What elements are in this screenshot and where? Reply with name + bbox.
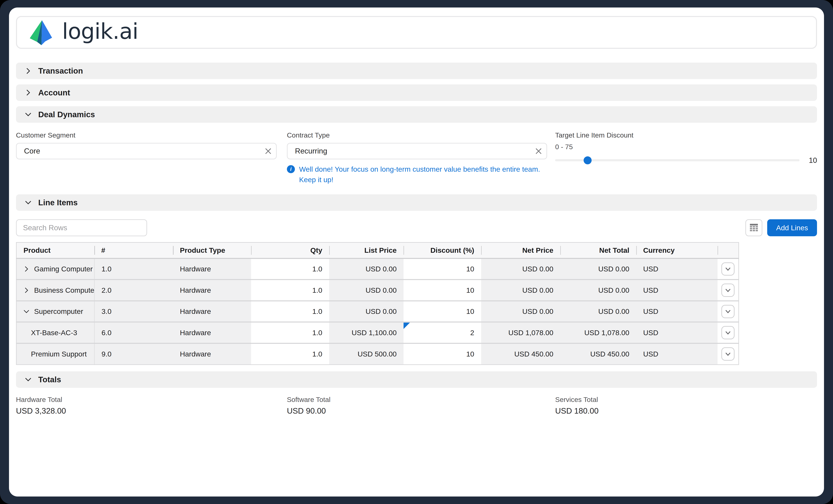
table-grid-icon [749, 223, 758, 232]
section-account[interactable]: Account [16, 84, 817, 101]
list-price-cell: USD 500.00 [329, 343, 404, 364]
table-row: Gaming Computer 1.0 Hardware 1.0 USD 0.0… [16, 258, 739, 280]
brand-header: logik.ai [16, 16, 817, 49]
line-number: 9.0 [94, 343, 173, 364]
customer-segment-input[interactable] [17, 147, 260, 155]
chevron-down-icon[interactable] [23, 308, 29, 314]
net-price-cell: USD 450.00 [481, 343, 560, 364]
net-total-cell: USD 0.00 [560, 280, 636, 301]
chevron-down-icon [725, 330, 731, 336]
contract-type-label: Contract Type [287, 131, 547, 139]
discount-slider-track[interactable] [555, 159, 800, 161]
currency-cell: USD [636, 322, 717, 343]
currency-cell: USD [636, 258, 717, 280]
contract-type-field[interactable] [287, 143, 547, 159]
col-header-list-price[interactable]: List Price [329, 243, 404, 258]
override-flag-icon [404, 323, 410, 329]
col-header-num[interactable]: # [94, 243, 173, 258]
qty-cell[interactable]: 1.0 [251, 343, 329, 364]
software-total-value: USD 90.00 [287, 406, 555, 415]
discount-cell[interactable]: 10 [404, 258, 481, 280]
chevron-right-icon [25, 68, 31, 74]
qty-cell[interactable]: 1.0 [251, 280, 329, 301]
add-lines-button[interactable]: Add Lines [767, 219, 817, 236]
line-number: 6.0 [94, 322, 173, 343]
product-type: Hardware [173, 258, 251, 280]
clear-icon[interactable] [531, 148, 547, 154]
chevron-right-icon[interactable] [23, 266, 29, 272]
col-header-net-total[interactable]: Net Total [560, 243, 636, 258]
target-discount-label: Target Line Item Discount [555, 131, 817, 139]
chevron-right-icon[interactable] [23, 287, 29, 293]
section-transaction[interactable]: Transaction [16, 62, 817, 79]
guidance-message: i Well done! Your focus on long-term cus… [287, 164, 547, 185]
line-items-toolbar: Add Lines [16, 219, 817, 236]
net-price-cell: USD 0.00 [481, 280, 560, 301]
col-header-net-price[interactable]: Net Price [481, 243, 560, 258]
row-menu-button[interactable] [721, 347, 735, 361]
table-row: Business Computer 2.0 Hardware 1.0 USD 0… [16, 280, 739, 301]
list-price-cell: USD 0.00 [329, 258, 404, 280]
app-window: logik.ai Transaction Account Deal Dynami… [0, 0, 833, 504]
discount-cell[interactable]: 10 [404, 280, 481, 301]
product-name: Supercomputer [34, 307, 83, 316]
col-header-qty[interactable]: Qty [251, 243, 329, 258]
info-icon: i [287, 165, 295, 173]
services-total-value: USD 180.00 [555, 406, 817, 415]
qty-cell[interactable]: 1.0 [251, 258, 329, 280]
product-name: Business Computer [34, 286, 94, 294]
clear-icon[interactable] [260, 148, 276, 154]
row-menu-button[interactable] [721, 262, 735, 276]
discount-slider-value: 10 [807, 156, 817, 165]
net-price-cell: USD 0.00 [481, 301, 560, 322]
qty-cell[interactable]: 1.0 [251, 322, 329, 343]
hardware-total-label: Hardware Total [16, 396, 287, 404]
net-price-cell: USD 0.00 [481, 258, 560, 280]
net-total-cell: USD 0.00 [560, 301, 636, 322]
line-items-table: Product # Product Type Qty List Price Di… [16, 242, 739, 365]
guidance-message-line2: Keep it up! [299, 175, 540, 185]
discount-cell[interactable]: 2 [404, 322, 481, 343]
customer-segment-field[interactable] [16, 143, 277, 159]
chevron-right-icon [25, 90, 31, 96]
software-total-label: Software Total [287, 396, 555, 404]
currency-cell: USD [636, 280, 717, 301]
discount-cell[interactable]: 10 [404, 301, 481, 322]
logik-paper-plane-icon [28, 19, 55, 46]
chevron-down-icon [725, 308, 731, 314]
chevron-down-icon [25, 199, 31, 206]
section-account-label: Account [38, 88, 70, 97]
col-header-actions [717, 243, 739, 258]
section-line-items[interactable]: Line Items [16, 194, 817, 211]
product-type: Hardware [173, 301, 251, 322]
quote-card: logik.ai Transaction Account Deal Dynami… [9, 7, 824, 497]
totals-summary: Hardware Total USD 3,328.00 Software Tot… [16, 396, 817, 415]
list-price-cell: USD 0.00 [329, 280, 404, 301]
discount-cell[interactable]: 10 [404, 343, 481, 364]
col-header-currency[interactable]: Currency [636, 243, 717, 258]
brand-name: logik.ai [62, 21, 138, 42]
row-menu-button[interactable] [721, 283, 735, 297]
row-menu-button[interactable] [721, 326, 735, 339]
qty-cell[interactable]: 1.0 [251, 301, 329, 322]
currency-cell: USD [636, 343, 717, 364]
section-deal-dynamics[interactable]: Deal Dynamics [16, 106, 817, 123]
section-totals[interactable]: Totals [16, 371, 817, 388]
col-header-product-type[interactable]: Product Type [173, 243, 251, 258]
product-name: XT-Base-AC-3 [31, 329, 77, 337]
col-header-product[interactable]: Product [16, 243, 94, 258]
line-number: 1.0 [94, 258, 173, 280]
search-rows-input[interactable] [16, 219, 147, 236]
column-settings-button[interactable] [745, 219, 762, 236]
row-menu-button[interactable] [721, 305, 735, 318]
contract-type-input[interactable] [288, 147, 531, 155]
discount-slider-thumb[interactable] [584, 156, 592, 164]
section-totals-label: Totals [38, 375, 61, 384]
guidance-message-line1: Well done! Your focus on long-term custo… [299, 164, 540, 174]
currency-cell: USD [636, 301, 717, 322]
net-price-cell: USD 1,078.00 [481, 322, 560, 343]
chevron-down-icon [25, 376, 31, 383]
col-header-discount[interactable]: Discount (%) [404, 243, 481, 258]
customer-segment-label: Customer Segment [16, 131, 277, 139]
services-total-label: Services Total [555, 396, 817, 404]
